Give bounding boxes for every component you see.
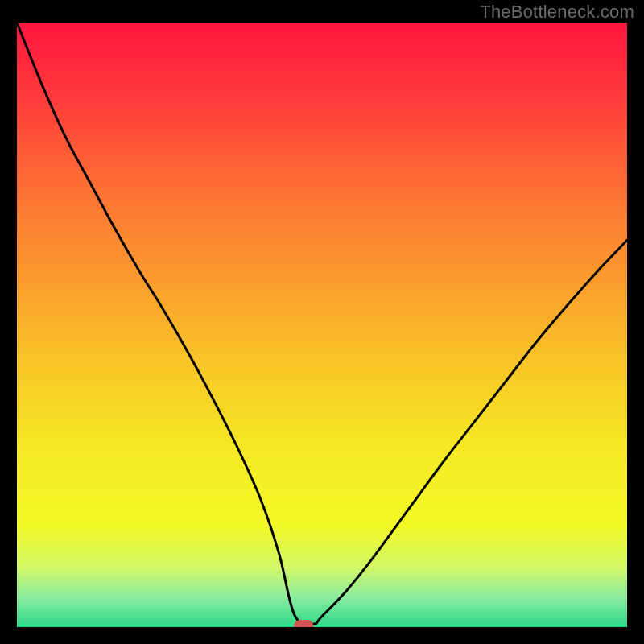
gradient-background xyxy=(17,23,627,627)
min-marker xyxy=(294,620,313,627)
chart-frame: TheBottleneck.com xyxy=(0,0,644,644)
plot-area xyxy=(17,23,627,627)
plot-svg xyxy=(17,23,627,627)
watermark-label: TheBottleneck.com xyxy=(480,2,634,23)
